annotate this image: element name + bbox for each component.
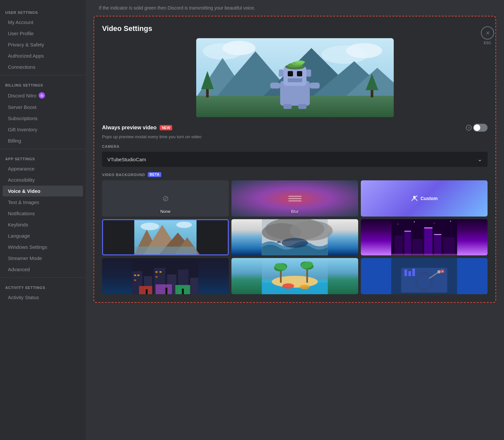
sidebar-item-language[interactable]: Language: [3, 230, 83, 241]
always-preview-left: Always preview video NEW: [102, 125, 172, 131]
bg-landscape1-item[interactable]: [102, 219, 229, 255]
svg-rect-26: [270, 83, 280, 89]
landscape1-svg: [103, 220, 228, 254]
always-preview-toggle[interactable]: [473, 124, 488, 132]
top-hint-text: If the indicator is solid green then Dis…: [86, 0, 504, 13]
toggle-knob: [474, 124, 480, 131]
neon-city-svg: [361, 219, 488, 255]
bg-blur-label: Blur: [291, 209, 299, 214]
esc-label: ESC: [484, 41, 491, 45]
sidebar-item-privacy-safety[interactable]: Privacy & Safety: [3, 39, 83, 50]
none-icon: ⊘: [162, 194, 169, 203]
bg-blur-item[interactable]: Blur: [231, 180, 358, 217]
sidebar-item-server-boost[interactable]: Server Boost: [3, 102, 83, 113]
sidebar-item-notifications[interactable]: Notifications: [3, 208, 83, 219]
blur-line-3: [288, 200, 302, 201]
blur-line-2: [288, 198, 302, 199]
sidebar-item-activity-status[interactable]: Activity Status: [3, 292, 83, 303]
camera-label: CAMERA: [102, 144, 119, 148]
svg-point-102: [438, 270, 441, 273]
svg-rect-20: [279, 69, 283, 77]
voice-video-label: Voice & Video: [8, 188, 40, 194]
sidebar: USER SETTINGS My Account User Profile Pr…: [0, 0, 86, 440]
toggle-x-icon[interactable]: ✕: [466, 125, 472, 131]
sidebar-item-authorized-apps[interactable]: Authorized Apps: [3, 50, 83, 61]
svg-point-51: [450, 221, 451, 222]
streamer-mode-label: Streamer Mode: [8, 255, 42, 261]
sidebar-item-accessibility[interactable]: Accessibility: [3, 174, 83, 185]
sidebar-item-billing[interactable]: Billing: [3, 135, 83, 146]
preview-description: Pops up preview modal every time you tur…: [102, 134, 488, 139]
sidebar-item-text-images[interactable]: Text & Images: [3, 197, 83, 208]
chevron-down-icon: ⌄: [477, 156, 482, 163]
svg-rect-19: [288, 78, 302, 82]
subscriptions-label: Subscriptions: [8, 116, 38, 121]
bg-music-item[interactable]: ✕: [361, 258, 488, 294]
bg-market-item[interactable]: [102, 258, 229, 294]
keybinds-label: Keybinds: [8, 222, 28, 227]
bg-tropical-item[interactable]: [231, 258, 358, 294]
beta-badge: BETA: [148, 172, 162, 177]
svg-point-46: [282, 238, 308, 248]
panel-title: Video Settings: [102, 24, 488, 33]
app-settings-section: APP SETTINGS: [0, 152, 86, 163]
sidebar-item-discord-nitro[interactable]: Discord Nitro ⊙: [3, 90, 83, 101]
svg-rect-56: [434, 234, 441, 255]
sidebar-item-keybinds[interactable]: Keybinds: [3, 219, 83, 230]
custom-icon: Custom: [411, 194, 438, 202]
svg-point-2: [223, 41, 255, 55]
svg-point-45: [290, 221, 333, 241]
svg-rect-69: [134, 274, 136, 276]
windows-settings-label: Windows Settings: [8, 244, 47, 250]
close-icon[interactable]: ✕: [481, 26, 494, 39]
billing-settings-section: BILLING SETTINGS: [0, 78, 86, 89]
svg-rect-18: [297, 71, 302, 76]
svg-point-25: [296, 61, 305, 64]
sidebar-item-my-account[interactable]: My Account: [3, 17, 83, 28]
svg-point-40: [141, 223, 159, 230]
sidebar-item-connections[interactable]: Connections: [3, 62, 83, 72]
bg-neon-city-item[interactable]: [361, 219, 488, 255]
accessibility-label: Accessibility: [8, 177, 35, 183]
svg-rect-71: [134, 279, 136, 281]
sidebar-item-windows-settings[interactable]: Windows Settings: [3, 242, 83, 252]
toggle-container[interactable]: ✕: [466, 124, 488, 132]
sidebar-item-gift-inventory[interactable]: Gift Inventory: [3, 124, 83, 135]
user-profile-label: User Profile: [8, 31, 34, 36]
camera-section-header: CAMERA: [102, 144, 488, 148]
sidebar-item-advanced[interactable]: Advanced: [3, 264, 83, 275]
svg-rect-57: [443, 237, 455, 255]
svg-rect-17: [288, 71, 293, 76]
market-svg: [102, 258, 229, 294]
sidebar-item-appearance[interactable]: Appearance: [3, 163, 83, 174]
video-settings-panel: Video Settings: [93, 16, 496, 303]
appearance-label: Appearance: [8, 166, 35, 171]
connections-label: Connections: [8, 64, 35, 70]
camera-dropdown[interactable]: VTubeStudioCam ⌄: [102, 152, 488, 167]
svg-rect-105: [412, 269, 415, 276]
sidebar-item-voice-video[interactable]: Voice & Video: [3, 186, 83, 196]
activity-status-label: Activity Status: [8, 295, 39, 300]
divider-1: [0, 75, 86, 75]
svg-rect-60: [434, 234, 441, 235]
sidebar-item-subscriptions[interactable]: Subscriptions: [3, 113, 83, 124]
svg-rect-29: [298, 104, 306, 109]
bg-custom-item[interactable]: Custom: [361, 180, 488, 217]
bg-ocean-item[interactable]: [231, 219, 358, 255]
svg-rect-78: [146, 289, 148, 294]
svg-rect-74: [156, 276, 158, 278]
bg-none-item[interactable]: ⊘ None: [102, 180, 229, 217]
svg-point-4: [346, 43, 382, 58]
advanced-label: Advanced: [8, 267, 30, 272]
sidebar-item-user-profile[interactable]: User Profile: [3, 28, 83, 39]
svg-rect-80: [182, 289, 184, 294]
music-svg: ✕: [361, 258, 488, 294]
video-preview: [196, 38, 394, 117]
svg-point-92: [300, 285, 310, 289]
svg-point-84: [272, 276, 318, 288]
svg-rect-58: [405, 231, 411, 232]
background-grid: ⊘ None Blur: [102, 180, 488, 294]
esc-button[interactable]: ✕ ESC: [481, 26, 494, 45]
sidebar-item-streamer-mode[interactable]: Streamer Mode: [3, 253, 83, 264]
svg-rect-53: [405, 231, 411, 255]
